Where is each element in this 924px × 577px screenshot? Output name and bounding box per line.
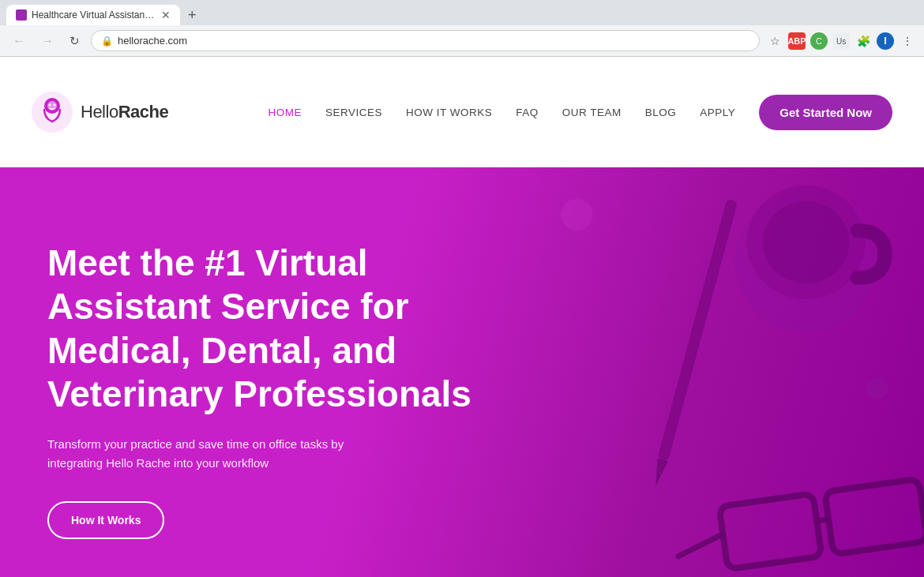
nav-item-our-team[interactable]: OUR TEAM: [562, 105, 622, 119]
svg-point-18: [866, 377, 888, 399]
tab-favicon: [16, 9, 27, 21]
svg-point-6: [54, 104, 56, 107]
svg-point-9: [762, 201, 849, 283]
hero-title: Meet the #1 Virtual Assistant Service fo…: [47, 242, 505, 416]
logo-icon: [32, 92, 73, 133]
nav-item-faq[interactable]: FAQ: [516, 105, 539, 119]
nav-item-blog[interactable]: BLOG: [645, 105, 677, 119]
website-content: HelloRache HOME SERVICES HOW IT WORKS FA…: [0, 57, 924, 577]
svg-line-14: [817, 519, 828, 521]
tab-title: Healthcare Virtual Assistants F...: [32, 9, 156, 21]
logo-text: HelloRache: [81, 102, 168, 122]
browser-toolbar: ← → ↻ 🔒 hellorache.com ☆ ABP C Us 🧩 I ⋮: [0, 25, 924, 57]
svg-rect-10: [657, 199, 738, 461]
menu-icon[interactable]: ⋮: [899, 32, 916, 50]
nav-item-services[interactable]: SERVICES: [325, 105, 382, 119]
nav-link-services[interactable]: SERVICES: [325, 107, 382, 118]
hero-section: Meet the #1 Virtual Assistant Service fo…: [0, 167, 924, 577]
svg-rect-13: [824, 479, 924, 555]
extension-icon-2[interactable]: Us: [832, 32, 850, 50]
nav-link-apply[interactable]: APPLY: [700, 107, 735, 118]
forward-button[interactable]: →: [36, 32, 58, 51]
reload-button[interactable]: ↻: [65, 31, 85, 51]
lock-icon: 🔒: [101, 36, 113, 47]
hero-subtitle: Transform your practice and save time on…: [47, 435, 363, 473]
svg-text:Us: Us: [836, 37, 846, 46]
tab-bar: Healthcare Virtual Assistants F... ✕ +: [0, 0, 924, 25]
toolbar-actions: ☆ ABP C Us 🧩 I ⋮: [766, 32, 916, 50]
svg-rect-12: [719, 493, 821, 569]
adblock-icon[interactable]: ABP: [788, 32, 806, 50]
tab-close-button[interactable]: ✕: [161, 9, 171, 21]
svg-point-17: [561, 199, 592, 230]
svg-marker-11: [650, 458, 668, 487]
browser-tab[interactable]: Healthcare Virtual Assistants F... ✕: [6, 5, 180, 25]
back-button[interactable]: ←: [8, 32, 30, 51]
bookmark-icon[interactable]: ☆: [766, 32, 783, 50]
nav-link-our-team[interactable]: OUR TEAM: [562, 107, 622, 118]
svg-line-15: [675, 534, 724, 556]
new-tab-button[interactable]: +: [183, 6, 201, 25]
nav-item-how-it-works[interactable]: HOW IT WORKS: [406, 105, 492, 119]
nav-link-blog[interactable]: BLOG: [645, 107, 677, 118]
logo[interactable]: HelloRache: [32, 92, 168, 133]
nav-link-how-it-works[interactable]: HOW IT WORKS: [406, 107, 492, 118]
how-it-works-button[interactable]: How It Works: [47, 501, 164, 539]
nav-item-apply[interactable]: APPLY: [700, 105, 735, 119]
navbar: HelloRache HOME SERVICES HOW IT WORKS FA…: [0, 57, 924, 167]
nav-link-home[interactable]: HOME: [268, 107, 302, 118]
address-bar[interactable]: 🔒 hellorache.com: [91, 30, 760, 51]
browser-chrome: Healthcare Virtual Assistants F... ✕ + ←…: [0, 0, 924, 57]
hero-content: Meet the #1 Virtual Assistant Service fo…: [0, 194, 553, 577]
nav-item-home[interactable]: HOME: [268, 105, 302, 119]
url-text: hellorache.com: [118, 35, 749, 47]
nav-link-faq[interactable]: FAQ: [516, 107, 539, 118]
profile-avatar[interactable]: I: [877, 32, 894, 50]
extension-icon-1[interactable]: C: [810, 32, 828, 50]
get-started-button[interactable]: Get Started Now: [759, 95, 892, 130]
svg-point-5: [49, 104, 51, 107]
nav-links: HOME SERVICES HOW IT WORKS FAQ OUR TEAM …: [268, 105, 735, 119]
puzzle-icon[interactable]: 🧩: [855, 32, 872, 50]
